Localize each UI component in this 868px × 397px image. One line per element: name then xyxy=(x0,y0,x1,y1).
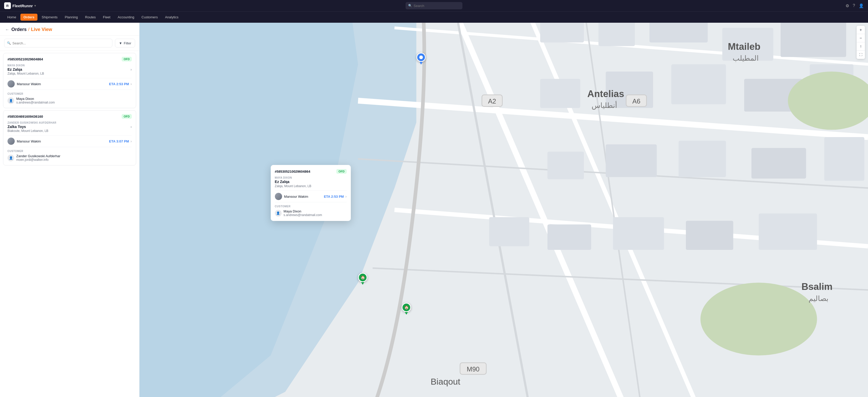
svg-text:M90: M90 xyxy=(467,365,479,373)
fullscreen-button[interactable]: ⛶ xyxy=(857,51,865,59)
popup-customer-row: 👤 Maya Dixon s.andrews@randatmail.com xyxy=(275,209,347,217)
global-search[interactable]: 🔍 xyxy=(406,2,462,9)
customer-email-1: s.andrews@randatmail.com xyxy=(16,101,55,104)
back-button[interactable]: ← xyxy=(5,27,9,32)
customer-info-2: Zander Gusikowski Aufderhar moen.jordi@w… xyxy=(16,154,60,162)
driver-info-1: Mansour Wakim xyxy=(7,80,41,88)
popup-driver-chevron: › xyxy=(345,194,347,199)
order-status-badge-2: OFD xyxy=(122,114,132,119)
svg-rect-22 xyxy=(606,144,657,177)
svg-rect-25 xyxy=(824,137,864,181)
nav-analytics[interactable]: Analytics xyxy=(162,14,182,21)
customer-email-2: moen.jordi@walker.info xyxy=(16,158,60,162)
pin-tail-green-2 xyxy=(405,312,408,315)
popup-customer-info: Maya Dixon s.andrews@randatmail.com xyxy=(284,209,322,217)
order-card-1[interactable]: #585305210029604864 OFD MAYA DIXON Ez Za… xyxy=(3,53,136,108)
order-search-icon: 🔍 xyxy=(7,41,11,45)
filter-button[interactable]: ▼ Filter xyxy=(115,39,135,47)
order-destination-name-1: Ez Zalqa › xyxy=(7,67,132,71)
customer-name-1: Maya Dixon xyxy=(16,97,55,101)
search-icon: 🔍 xyxy=(408,4,412,7)
nav-fleet[interactable]: Fleet xyxy=(100,14,114,21)
svg-rect-15 xyxy=(781,23,846,57)
search-input[interactable] xyxy=(413,4,460,8)
map-svg: A2 A6 Naqqach النقاش Mtaileb المطيلب Ant… xyxy=(140,23,868,397)
popup-customer-section-label: CUSTOMER xyxy=(275,205,347,208)
user-icon[interactable]: 👤 xyxy=(859,3,864,8)
secondary-navbar: Home Orders Shipments Planning Routes Fl… xyxy=(0,11,868,23)
order-driver-row-1[interactable]: Mansour Wakim ETA 2:53 PM › xyxy=(7,78,132,90)
breadcrumb-orders: Orders xyxy=(11,27,27,32)
order-search[interactable]: 🔍 xyxy=(4,39,113,47)
delivery-pin-2: 🏠 xyxy=(402,303,411,315)
svg-rect-13 xyxy=(649,23,708,42)
nav-shipments[interactable]: Shipments xyxy=(38,14,60,21)
map-popup: #585305210029604864 OFD MAYA DIXON Ez Za… xyxy=(271,165,351,221)
nav-planning[interactable]: Planning xyxy=(62,14,81,21)
sidebar-header: ← Orders / Live View xyxy=(0,23,139,36)
popup-driver-row[interactable]: Mansour Wakim ETA 2:53 PM › xyxy=(275,191,347,202)
nav-icons-group: ⚙ ? 👤 xyxy=(845,3,864,8)
zoom-out-button[interactable]: − xyxy=(857,34,865,42)
pin-tail-green-1 xyxy=(361,282,364,285)
svg-rect-27 xyxy=(548,224,591,250)
nav-accounting[interactable]: Accounting xyxy=(115,14,137,21)
zoom-in-button[interactable]: + xyxy=(857,26,865,34)
destination-chevron-2: › xyxy=(130,125,132,129)
pin-inner xyxy=(419,56,423,59)
driver-eta-area-1: ETA 2:53 PM › xyxy=(109,82,132,86)
settings-icon[interactable]: ⚙ xyxy=(845,3,849,8)
svg-rect-21 xyxy=(548,152,584,179)
popup-driver-avatar xyxy=(275,193,282,200)
svg-rect-28 xyxy=(613,217,664,250)
order-id-2: #585304691609436160 xyxy=(7,114,43,119)
svg-rect-24 xyxy=(751,148,806,178)
svg-text:Antelias: Antelias xyxy=(587,89,624,99)
popup-customer-label: MAYA DIXON xyxy=(275,176,347,179)
brand-logo[interactable]: R FleetRunnr ▾ xyxy=(4,2,36,9)
pin-circle-green-2: 🏠 xyxy=(402,303,411,312)
order-header-2: #585304691609436160 OFD xyxy=(7,114,132,119)
driver-name-1: Mansour Wakim xyxy=(17,82,41,86)
popup-driver-info: Mansour Wakim xyxy=(275,193,308,200)
customer-row-1: 👤 Maya Dixon s.andrews@randatmail.com xyxy=(7,97,132,104)
top-navbar: R FleetRunnr ▾ 🔍 ⚙ ? 👤 xyxy=(0,0,868,11)
driver-eta-2: ETA 3:07 PM xyxy=(109,139,129,143)
svg-point-32 xyxy=(700,283,817,356)
breadcrumb-separator: / xyxy=(28,27,29,32)
popup-header: #585305210029604864 OFD xyxy=(275,169,347,174)
nav-customers[interactable]: Customers xyxy=(138,14,161,21)
svg-text:Bsalim: Bsalim xyxy=(801,282,832,292)
compass-button[interactable]: ↑ xyxy=(857,42,865,51)
order-driver-row-2[interactable]: Mansour Wakim ETA 3:07 PM › xyxy=(7,135,132,147)
svg-rect-23 xyxy=(679,141,726,177)
order-address-1: Zalqa, Mount Lebanon, LB xyxy=(7,72,132,75)
svg-rect-30 xyxy=(759,213,817,250)
brand-chevron-icon: ▾ xyxy=(34,4,36,7)
svg-rect-18 xyxy=(672,64,726,104)
map-area[interactable]: A2 A6 Naqqach النقاش Mtaileb المطيلب Ant… xyxy=(140,23,868,397)
orders-list: #585305210029604864 OFD MAYA DIXON Ez Za… xyxy=(0,51,139,397)
order-card-2[interactable]: #585304691609436160 OFD ZANDER GUSIKOWSK… xyxy=(3,110,136,165)
nav-orders[interactable]: Orders xyxy=(21,14,38,21)
driver-map-pin xyxy=(416,53,426,65)
nav-routes[interactable]: Routes xyxy=(82,14,99,21)
order-customer-label-1: MAYA DIXON xyxy=(7,64,132,67)
brand-name: FleetRunnr xyxy=(12,4,33,8)
breadcrumb: Orders / Live View xyxy=(11,27,52,32)
pin-circle-green-1: 🏠 xyxy=(358,273,367,282)
svg-text:A2: A2 xyxy=(488,98,496,105)
map-controls: + − ↑ ⛶ xyxy=(857,26,865,59)
main-content: ← Orders / Live View 🔍 ▼ Filter #5 xyxy=(0,23,868,397)
svg-rect-26 xyxy=(489,217,529,246)
help-icon[interactable]: ? xyxy=(853,3,855,8)
popup-eta-area: ETA 2:53 PM › xyxy=(324,194,347,199)
nav-home[interactable]: Home xyxy=(4,14,20,21)
driver-chevron-2: › xyxy=(130,139,132,143)
svg-text:Biaqout: Biaqout xyxy=(431,376,460,387)
driver-avatar-2 xyxy=(7,138,15,145)
order-search-input[interactable] xyxy=(12,41,110,45)
svg-rect-29 xyxy=(686,221,733,250)
driver-chevron-1: › xyxy=(130,82,132,86)
customer-row-2: 👤 Zander Gusikowski Aufderhar moen.jordi… xyxy=(7,154,132,162)
